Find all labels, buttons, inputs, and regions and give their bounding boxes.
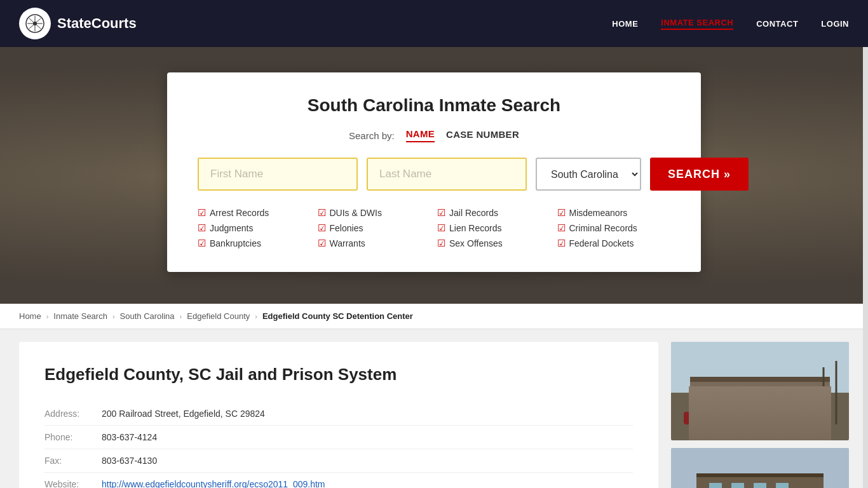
svg-rect-27 [754,483,766,488]
main-content: Edgefield County, SC Jail and Prison Sys… [0,329,868,488]
check-icon: ☑ [318,207,326,219]
website-label: Website: [44,479,102,488]
phone-row: Phone: 803-637-4124 [44,426,633,449]
search-by-row: Search by: NAME CASE NUMBER [198,128,670,142]
feature-duis: ☑ DUIs & DWIs [318,207,431,219]
side-images [671,342,849,488]
phone-value: 803-637-4124 [102,432,157,442]
svg-rect-28 [776,483,789,488]
logo-text: StateCourts [57,15,137,32]
main-nav: HOME INMATE SEARCH CONTACT LOGIN [612,18,849,30]
svg-rect-14 [779,386,795,399]
building-image-2 [671,448,849,488]
building-image [671,342,849,440]
fax-label: Fax: [44,456,102,466]
check-icon: ☑ [557,238,566,249]
check-icon: ☑ [557,222,566,234]
svg-rect-7 [671,393,849,440]
svg-rect-26 [731,483,744,488]
feature-label: Felonies [330,223,363,233]
svg-rect-11 [703,386,719,399]
feature-misdemeanors: ☑ Misdemeanors [557,207,671,219]
facility-card: Edgefield County, SC Jail and Prison Sys… [19,342,658,488]
check-icon: ☑ [318,238,326,249]
feature-felonies: ☑ Felonies [318,222,431,234]
search-modal: South Carolina Inmate Search Search by: … [167,72,701,272]
breadcrumb-edgefield-county[interactable]: Edgefield County [187,311,250,321]
feature-label: Judgments [210,223,253,233]
breadcrumb: Home › Inmate Search › South Carolina › … [0,304,868,329]
facility-image-1 [671,342,849,440]
svg-rect-17 [689,409,711,415]
svg-rect-12 [728,386,744,399]
check-icon: ☑ [437,207,445,219]
hero-section: South Carolina Inmate Search Search by: … [0,47,868,304]
svg-rect-15 [747,402,766,424]
modal-title: South Carolina Inmate Search [198,95,670,116]
feature-lien-records: ☑ Lien Records [437,222,551,234]
svg-rect-9 [690,377,830,424]
feature-label: Warrants [330,238,365,248]
feature-label: Federal Dockets [569,238,634,248]
check-icon: ☑ [198,222,206,234]
feature-label: Misdemeanors [569,208,628,218]
logo-icon [19,8,51,39]
feature-label: Jail Records [449,208,498,218]
feature-arrest-records: ☑ Arrest Records [198,207,311,219]
breadcrumb-sep-1: › [46,313,49,320]
breadcrumb-south-carolina[interactable]: South Carolina [120,311,175,321]
svg-point-5 [33,22,37,25]
phone-label: Phone: [44,432,102,442]
search-by-label: Search by: [349,130,395,141]
check-icon: ☑ [198,238,206,249]
feature-label: Criminal Records [569,223,637,233]
check-icon: ☑ [318,222,326,234]
courthouse-icon [25,13,45,34]
building-svg [671,342,849,440]
breadcrumb-inmate-search[interactable]: Inmate Search [53,311,107,321]
breadcrumb-home[interactable]: Home [19,311,41,321]
feature-jail-records: ☑ Jail Records [437,207,551,219]
facility-image-2 [671,448,849,488]
last-name-input[interactable] [367,158,527,191]
feature-label: Arrest Records [210,208,269,218]
nav-home[interactable]: HOME [612,19,638,29]
breadcrumb-sep-2: › [112,313,115,320]
nav-contact[interactable]: CONTACT [756,19,798,29]
check-icon: ☑ [437,222,445,234]
breadcrumb-sep-3: › [180,313,182,320]
feature-label: Bankruptcies [210,238,261,248]
feature-warrants: ☑ Warrants [318,238,431,249]
tab-case-number[interactable]: CASE NUMBER [446,129,519,142]
header: StateCourts HOME INMATE SEARCH CONTACT L… [0,0,868,47]
svg-rect-25 [709,483,722,488]
svg-rect-16 [684,412,715,424]
tab-name[interactable]: NAME [406,128,435,142]
state-select[interactable]: South Carolina Alabama Alaska Arizona Ar… [536,158,641,191]
feature-label: Lien Records [449,223,502,233]
feature-federal-dockets: ☑ Federal Dockets [557,238,671,249]
svg-rect-13 [754,386,770,399]
feature-bankruptcies: ☑ Bankruptcies [198,238,311,249]
facility-title: Edgefield County, SC Jail and Prison Sys… [44,365,633,384]
logo[interactable]: StateCourts [19,8,137,39]
address-row: Address: 200 Railroad Street, Edgefield,… [44,402,633,426]
nav-login[interactable]: LOGIN [821,19,849,29]
search-button[interactable]: SEARCH » [650,158,749,191]
building-svg-2 [671,448,849,488]
fax-value: 803-637-4130 [102,456,157,466]
nav-inmate-search[interactable]: INMATE SEARCH [661,18,733,30]
first-name-input[interactable] [198,158,358,191]
feature-sex-offenses: ☑ Sex Offenses [437,238,551,249]
breadcrumb-sep-4: › [255,313,257,320]
address-value: 200 Railroad Street, Edgefield, SC 29824 [102,409,265,419]
search-inputs-row: South Carolina Alabama Alaska Arizona Ar… [198,158,670,191]
website-link[interactable]: http://www.edgefieldcountysheriff.org/ec… [102,479,325,488]
feature-judgments: ☑ Judgments [198,222,311,234]
breadcrumb-current: Edgefield County SC Detention Center [262,311,413,321]
features-grid: ☑ Arrest Records ☑ DUIs & DWIs ☑ Jail Re… [198,207,670,249]
scrollbar[interactable] [863,0,868,488]
svg-rect-24 [696,473,824,477]
address-label: Address: [44,409,102,419]
feature-label: DUIs & DWIs [330,208,382,218]
